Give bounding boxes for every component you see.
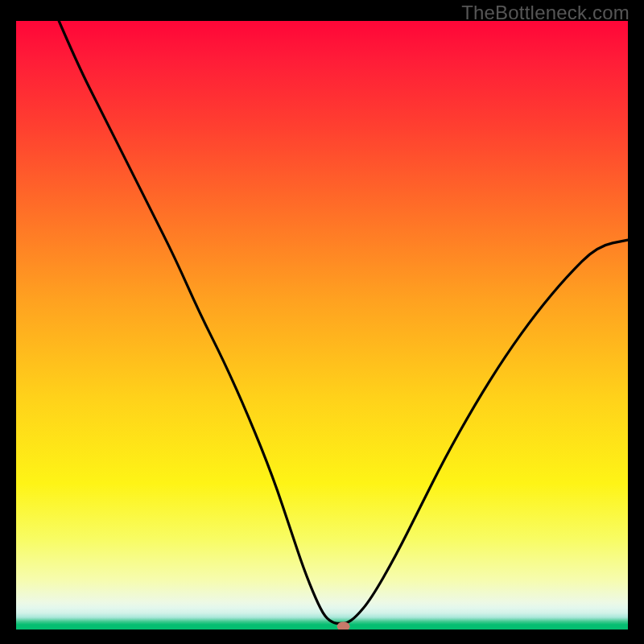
watermark-text: TheBottleneck.com [461,2,630,24]
outer-frame: TheBottleneck.com [0,0,644,644]
bottleneck-curve [16,21,628,630]
plot-area [16,21,628,630]
